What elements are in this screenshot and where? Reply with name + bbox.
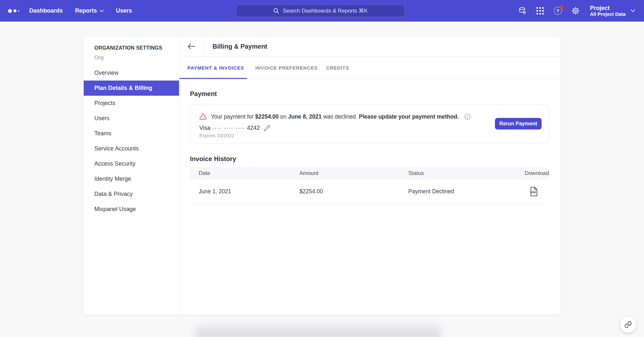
tab-credits[interactable]: CREDITS: [326, 57, 349, 79]
download-pdf-button[interactable]: PDF: [529, 187, 538, 197]
card-expiry: Expires 10/2022: [199, 133, 540, 139]
tab-content: Payment Your payment for $2254.00 on Jun…: [179, 79, 560, 315]
payment-section-title: Payment: [190, 90, 549, 98]
chevron-down-icon: [100, 10, 104, 12]
sidebar-item-teams[interactable]: Teams: [84, 126, 179, 141]
card-summary: Visa ···· ···· ···· 4242: [199, 124, 260, 131]
column-header-status: Status: [408, 170, 501, 177]
sidebar-item-label: Overview: [94, 70, 118, 76]
database-gear-glyph: [518, 6, 527, 15]
sidebar-item-access-security[interactable]: Access Security: [84, 156, 179, 171]
nav-link-users[interactable]: Users: [116, 7, 132, 14]
sidebar-nav: Overview Plan Details & Billing Projects…: [84, 65, 179, 217]
settings-gear-icon[interactable]: [571, 6, 580, 15]
search-input[interactable]: Search Dashboards & Reports ⌘K: [236, 5, 405, 17]
data-management-icon[interactable]: [518, 6, 527, 15]
declined-payment-alert: Your payment for $2254.00 on June 8, 202…: [199, 113, 540, 120]
column-header-date: Date: [190, 170, 299, 177]
navbar-right: ? Project All Project Data: [518, 0, 635, 22]
invoice-date: June 1, 2021: [190, 188, 299, 195]
page-header: Billing & Payment: [179, 36, 560, 57]
sidebar-item-label: Service Accounts: [94, 145, 139, 152]
app-canvas: Dashboards Reports Users Search Dashboar…: [0, 0, 644, 337]
logo-dot: [8, 9, 12, 13]
sidebar-item-label: Data & Privacy: [94, 191, 133, 197]
apps-grid-glyph: [536, 7, 544, 14]
invoice-amount: $2254.00: [299, 188, 408, 195]
sidebar-item-label: Mixpanel Usage: [94, 206, 136, 213]
org-name: Org: [94, 54, 173, 61]
sidebar-item-identity-merge[interactable]: Identity Merge: [84, 171, 179, 187]
sidebar-item-label: Identity Merge: [94, 176, 131, 182]
top-navbar: Dashboards Reports Users Search Dashboar…: [0, 0, 644, 22]
invoice-history-title: Invoice History: [190, 155, 549, 163]
pdf-file-icon: PDF: [529, 187, 538, 197]
gear-glyph: [571, 6, 580, 15]
sidebar-section-title: ORGANIZATION SETTINGS: [94, 45, 173, 51]
sidebar-item-data-privacy[interactable]: Data & Privacy: [84, 187, 179, 202]
sidebar-item-service-accounts[interactable]: Service Accounts: [84, 141, 179, 156]
back-button[interactable]: [179, 36, 203, 56]
bottom-blur-artifact: [195, 326, 441, 337]
pdf-label: PDF: [531, 190, 536, 194]
tab-payment-invoices[interactable]: PAYMENT & INVOICES: [179, 57, 247, 79]
nav-link-label: Dashboards: [29, 7, 63, 14]
nav-link-label: Users: [116, 7, 132, 14]
invoice-row: June 1, 2021 $2254.00 Payment Declined: [190, 179, 549, 204]
logo-dot: [18, 10, 19, 12]
column-header-download: Download: [501, 170, 549, 177]
copy-link-button[interactable]: [620, 316, 636, 333]
project-switcher-labels: Project All Project Data: [590, 5, 626, 17]
nav-links: Dashboards Reports Users: [29, 7, 132, 14]
payment-alert-card: Your payment for $2254.00 on June 8, 202…: [190, 104, 549, 143]
nav-link-reports[interactable]: Reports: [75, 7, 104, 14]
page-title: Billing & Payment: [203, 36, 267, 56]
nav-link-dashboards[interactable]: Dashboards: [29, 7, 63, 14]
column-header-amount: Amount: [299, 170, 408, 177]
warning-triangle-icon: [199, 113, 207, 120]
settings-sidebar: ORGANIZATION SETTINGS Org Overview Plan …: [84, 36, 179, 315]
sidebar-header: ORGANIZATION SETTINGS Org: [84, 45, 179, 61]
tab-bar: PAYMENT & INVOICES INVOICE PREFERENCES C…: [179, 57, 560, 79]
sidebar-item-projects[interactable]: Projects: [84, 96, 179, 111]
navbar-left: Dashboards Reports Users: [8, 0, 132, 22]
sidebar-item-users[interactable]: Users: [84, 111, 179, 126]
edit-pencil-icon[interactable]: [264, 125, 270, 131]
alert-text: Your payment for $2254.00 on June 8, 202…: [211, 113, 459, 120]
sidebar-item-label: Users: [94, 115, 109, 122]
invoice-table-header: Date Amount Status Download: [190, 167, 549, 179]
notification-badge: [560, 5, 563, 9]
info-icon[interactable]: [464, 113, 471, 120]
sidebar-item-label: Teams: [94, 130, 111, 137]
rerun-payment-button[interactable]: Rerun Payment: [495, 118, 542, 130]
sidebar-item-label: Access Security: [94, 160, 136, 167]
project-switcher[interactable]: Project All Project Data: [590, 5, 635, 17]
project-name: All Project Data: [590, 11, 626, 17]
sidebar-item-label: Projects: [94, 100, 115, 107]
arrow-left-icon: [187, 43, 195, 50]
invoice-status: Payment Declined: [408, 188, 501, 195]
search-placeholder: Search Dashboards & Reports ⌘K: [283, 7, 368, 14]
invoice-table: Date Amount Status Download June 1, 2021…: [190, 167, 549, 204]
payment-method-row: Visa ···· ···· ···· 4242: [199, 124, 540, 131]
apps-grid-icon[interactable]: [535, 6, 545, 15]
sidebar-item-label: Plan Details & Billing: [94, 85, 152, 91]
settings-main: Billing & Payment PAYMENT & INVOICES INV…: [179, 36, 560, 315]
help-icon[interactable]: ?: [553, 6, 562, 15]
nav-link-label: Reports: [75, 7, 97, 14]
sidebar-item-plan-details-billing[interactable]: Plan Details & Billing: [84, 81, 179, 96]
logo-dot: [14, 9, 16, 12]
mixpanel-logo-icon[interactable]: [8, 9, 25, 13]
search-icon: [273, 8, 279, 14]
project-label: Project: [590, 5, 626, 11]
chevron-down-icon: [631, 9, 635, 12]
tab-invoice-preferences[interactable]: INVOICE PREFERENCES: [255, 57, 318, 79]
link-icon: [624, 321, 632, 328]
settings-panel: ORGANIZATION SETTINGS Org Overview Plan …: [84, 36, 560, 315]
sidebar-item-mixpanel-usage[interactable]: Mixpanel Usage: [84, 202, 179, 217]
sidebar-item-overview[interactable]: Overview: [84, 65, 179, 81]
